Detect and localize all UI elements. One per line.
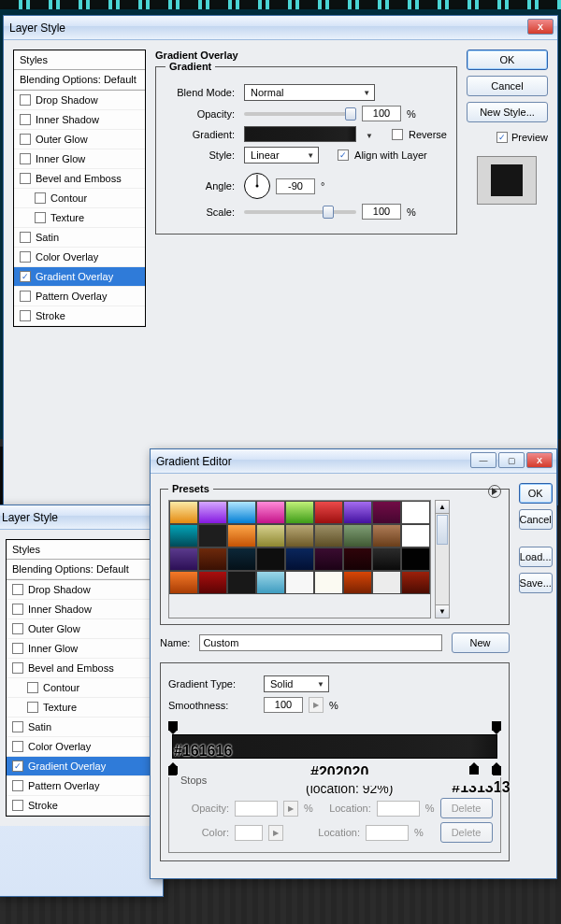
- close-icon[interactable]: X: [526, 452, 553, 468]
- preset-swatch[interactable]: [343, 547, 372, 571]
- checkbox[interactable]: [12, 721, 23, 732]
- preset-swatch[interactable]: [169, 524, 198, 547]
- preset-swatch[interactable]: [256, 547, 285, 571]
- preset-swatch[interactable]: [169, 571, 198, 594]
- scale-slider[interactable]: [244, 210, 356, 214]
- titlebar[interactable]: Layer Style: [0, 505, 163, 530]
- checkbox[interactable]: [12, 662, 23, 674]
- blend-mode-select[interactable]: Normal: [244, 84, 375, 101]
- cancel-button[interactable]: Cancel: [519, 509, 553, 530]
- angle-dial[interactable]: [244, 173, 270, 199]
- style-item[interactable]: Pattern Overlay: [7, 776, 154, 796]
- style-item[interactable]: Texture: [7, 698, 154, 718]
- style-item[interactable]: Outer Glow: [7, 619, 154, 639]
- maximize-icon[interactable]: ▢: [498, 452, 525, 468]
- preset-swatch[interactable]: [227, 571, 256, 594]
- align-checkbox[interactable]: [338, 149, 349, 161]
- style-item[interactable]: Drop Shadow: [14, 91, 145, 110]
- opacity-value[interactable]: 100: [362, 106, 401, 121]
- style-item[interactable]: Gradient Overlay: [7, 757, 154, 776]
- load-button[interactable]: Load...: [519, 547, 553, 567]
- titlebar[interactable]: Layer Style X: [4, 16, 557, 40]
- preset-swatch[interactable]: [372, 547, 401, 571]
- presets-menu-icon[interactable]: [488, 485, 501, 498]
- preset-swatch[interactable]: [169, 501, 198, 524]
- checkbox[interactable]: [20, 310, 31, 321]
- preset-swatch[interactable]: [372, 571, 401, 594]
- style-item[interactable]: Color Overlay: [7, 737, 154, 757]
- scroll-thumb[interactable]: [437, 515, 448, 545]
- preset-swatch[interactable]: [372, 524, 401, 547]
- preset-swatch[interactable]: [343, 571, 372, 594]
- presets-grid[interactable]: [168, 500, 431, 618]
- styles-header[interactable]: Styles: [7, 540, 154, 559]
- checkbox[interactable]: [12, 761, 23, 772]
- checkbox[interactable]: [35, 192, 46, 204]
- style-item[interactable]: Gradient Overlay: [14, 267, 145, 287]
- style-item[interactable]: Texture: [14, 208, 145, 228]
- checkbox[interactable]: [20, 291, 31, 302]
- reverse-checkbox[interactable]: [392, 129, 403, 140]
- styles-header[interactable]: Styles: [14, 50, 145, 69]
- new-style-button[interactable]: New Style...: [467, 102, 548, 122]
- checkbox[interactable]: [20, 251, 31, 263]
- save-button[interactable]: Save...: [519, 573, 553, 593]
- scale-value[interactable]: 100: [362, 204, 401, 220]
- preset-swatch[interactable]: [227, 524, 256, 547]
- preset-swatch[interactable]: [401, 571, 430, 594]
- style-item[interactable]: Drop Shadow: [7, 580, 154, 600]
- checkbox[interactable]: [27, 682, 38, 693]
- preset-swatch[interactable]: [314, 547, 343, 571]
- checkbox[interactable]: [20, 94, 31, 106]
- preset-swatch[interactable]: [198, 571, 227, 594]
- checkbox[interactable]: [20, 232, 31, 243]
- preset-swatch[interactable]: [256, 501, 285, 524]
- style-item[interactable]: Stroke: [14, 306, 145, 326]
- style-item[interactable]: Inner Shadow: [14, 110, 145, 130]
- preset-swatch[interactable]: [198, 501, 227, 524]
- preset-swatch[interactable]: [372, 501, 401, 524]
- preset-swatch[interactable]: [314, 524, 343, 547]
- style-item[interactable]: Bevel and Emboss: [14, 169, 145, 189]
- gradient-swatch[interactable]: [244, 126, 356, 142]
- preset-swatch[interactable]: [314, 571, 343, 594]
- preset-swatch[interactable]: [198, 547, 227, 571]
- preview-checkbox[interactable]: [496, 132, 508, 143]
- preset-swatch[interactable]: [401, 524, 430, 547]
- preset-swatch[interactable]: [227, 547, 256, 571]
- style-select[interactable]: Linear: [244, 147, 319, 163]
- preset-swatch[interactable]: [256, 571, 285, 594]
- style-item[interactable]: Pattern Overlay: [14, 287, 145, 306]
- cancel-button[interactable]: Cancel: [467, 76, 548, 96]
- style-item[interactable]: Satin: [14, 228, 145, 248]
- opacity-slider[interactable]: [244, 112, 356, 116]
- checkbox[interactable]: [12, 800, 23, 811]
- style-item[interactable]: Contour: [7, 678, 154, 698]
- scroll-up-icon[interactable]: ▲: [436, 501, 449, 514]
- style-item[interactable]: Inner Glow: [14, 149, 145, 169]
- preset-swatch[interactable]: [285, 571, 314, 594]
- minimize-icon[interactable]: —: [470, 452, 496, 468]
- checkbox[interactable]: [12, 604, 23, 615]
- checkbox[interactable]: [20, 173, 31, 184]
- preset-swatch[interactable]: [343, 524, 372, 547]
- color-stop-right[interactable]: [492, 766, 501, 775]
- style-item[interactable]: Color Overlay: [14, 248, 145, 267]
- preset-swatch[interactable]: [401, 501, 430, 524]
- gradient-bar[interactable]: [168, 718, 501, 777]
- gradient-picker-dropdown[interactable]: [362, 129, 373, 140]
- checkbox[interactable]: [12, 584, 23, 595]
- style-item[interactable]: Contour: [14, 189, 145, 208]
- checkbox[interactable]: [12, 643, 23, 654]
- presets-scrollbar[interactable]: ▲ ▼: [435, 500, 450, 618]
- preset-swatch[interactable]: [285, 501, 314, 524]
- checkbox[interactable]: [27, 702, 38, 713]
- smoothness-value[interactable]: 100: [264, 697, 303, 713]
- preset-swatch[interactable]: [343, 501, 372, 524]
- preset-swatch[interactable]: [285, 547, 314, 571]
- blending-options[interactable]: Blending Options: Default: [7, 560, 154, 579]
- ok-button[interactable]: OK: [519, 483, 553, 504]
- checkbox[interactable]: [20, 153, 31, 164]
- angle-value[interactable]: -90: [276, 178, 315, 194]
- preset-swatch[interactable]: [256, 524, 285, 547]
